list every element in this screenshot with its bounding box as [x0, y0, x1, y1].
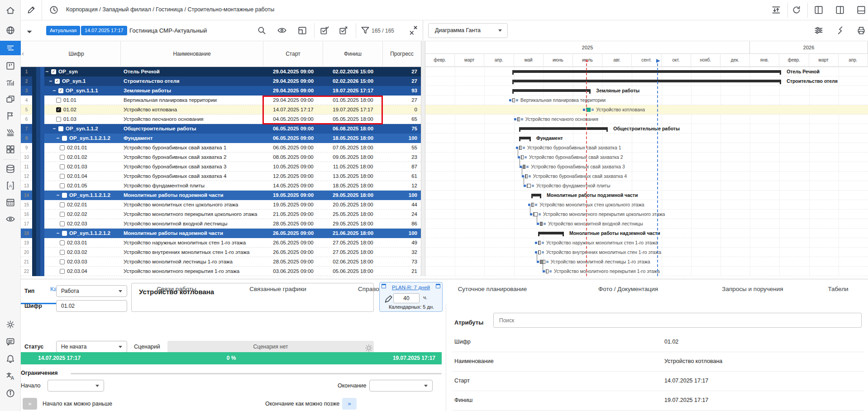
layout-split-left-icon[interactable] [814, 5, 824, 15]
links-icon[interactable] [835, 25, 845, 35]
row-checkbox[interactable] [58, 126, 63, 131]
gantt-bar[interactable] [521, 155, 524, 159]
expander-minus-icon[interactable]: − [56, 191, 60, 200]
link-handle[interactable] [546, 261, 548, 263]
link-handle[interactable] [520, 166, 522, 168]
gantt-bar[interactable] [523, 165, 525, 169]
print-icon[interactable] [856, 25, 866, 35]
plan-duration-link[interactable]: PLAN-R: 7 дней [380, 285, 442, 290]
column-header-start[interactable]: Старт [263, 41, 323, 67]
info-icon[interactable] [5, 388, 15, 398]
link-handle[interactable] [544, 223, 546, 225]
edit-icon[interactable] [26, 5, 36, 15]
gantt-bar[interactable] [538, 241, 541, 245]
collapse-chevron-icon[interactable]: ‹ [22, 49, 29, 59]
row-checkbox[interactable] [62, 193, 67, 198]
link-handle[interactable] [514, 118, 516, 120]
row-checkbox[interactable] [60, 174, 65, 179]
chevron-down-icon[interactable] [24, 27, 31, 33]
constraint-end-select[interactable] [369, 380, 433, 392]
link-handle[interactable] [549, 270, 552, 272]
expander-minus-icon[interactable]: − [56, 229, 60, 238]
row-checkbox[interactable] [56, 98, 61, 103]
link-handle[interactable] [526, 166, 529, 168]
link-handle[interactable] [583, 109, 585, 111]
constraint-start-select[interactable] [48, 380, 104, 392]
eye-icon[interactable] [277, 25, 287, 35]
row-checkbox[interactable]: ✓ [51, 69, 56, 74]
table-row[interactable]: 7−OP_syn.1.1.2Общестроительные работы06.… [21, 124, 421, 134]
chart-icon[interactable] [5, 77, 15, 87]
gantt-bar[interactable] [519, 146, 522, 150]
row-checkbox[interactable] [60, 164, 65, 169]
link-handle[interactable] [535, 242, 537, 244]
globe-icon[interactable] [5, 25, 15, 35]
table-row[interactable]: 14−OP_syn.1.1.2.1.2Монолитные работы под… [21, 191, 421, 200]
row-checkbox[interactable] [60, 259, 65, 264]
gantt-summary-bar[interactable] [512, 89, 591, 92]
link-handle[interactable] [543, 270, 545, 272]
column-header-name[interactable]: Наименование [121, 41, 263, 67]
visibility-icon[interactable] [5, 214, 15, 224]
comments-icon[interactable] [5, 337, 15, 347]
row-checkbox[interactable] [60, 221, 65, 226]
attributes-search-input[interactable] [493, 313, 862, 328]
gantt-bar[interactable] [531, 203, 534, 207]
gantt-bar[interactable] [533, 212, 537, 216]
tab-6[interactable]: Фото / Документация [598, 286, 658, 292]
link-handle[interactable] [530, 213, 532, 215]
row-checkbox[interactable] [62, 231, 67, 236]
gantt-bar[interactable] [540, 260, 545, 264]
work-name-field[interactable]: Устройство котлована [131, 283, 374, 312]
link-handle[interactable] [539, 213, 541, 215]
expander-minus-icon[interactable]: − [49, 76, 52, 86]
board-icon[interactable] [5, 61, 15, 71]
row-checkbox[interactable] [60, 240, 65, 245]
table-row[interactable]: 3−✓OP_syn.1.1.1Земляные работы29.04.2025… [21, 86, 421, 96]
layout-split-right-icon[interactable] [835, 5, 845, 15]
constraint-next-button[interactable]: » [342, 398, 357, 410]
table-row[interactable]: 8−OP_syn.1.1.2.1.2Фундамент06.05.2025 09… [21, 134, 421, 143]
hours-input[interactable]: 40 [393, 293, 420, 303]
gantt-bar[interactable] [538, 250, 541, 254]
table-row[interactable]: 1602.02.02Устройство монолитного перекры… [21, 210, 421, 219]
link-handle[interactable] [509, 99, 511, 101]
link-handle[interactable] [591, 109, 594, 111]
type-select[interactable]: Работа [56, 285, 127, 297]
expander-minus-icon[interactable]: − [56, 134, 60, 143]
attribute-row[interactable]: НаименованиеУстройство котлована [453, 352, 864, 372]
link-handle[interactable] [537, 261, 539, 263]
filter-icon[interactable] [360, 25, 370, 35]
table-row[interactable]: 1702.02.03Устройство монолитной входной … [21, 219, 421, 229]
layout-split-bottom-icon[interactable] [856, 5, 866, 15]
gantt-summary-bar[interactable] [519, 127, 608, 130]
check-all-icon[interactable] [320, 25, 329, 35]
gantt-bar[interactable] [527, 184, 531, 188]
table-row[interactable]: 1902.03.01Устройство наружных монолитных… [21, 238, 421, 248]
row-checkbox[interactable] [60, 202, 65, 207]
gantt-bar[interactable] [512, 98, 515, 102]
link-handle[interactable] [523, 147, 525, 149]
gear-icon[interactable] [364, 343, 371, 350]
table-row[interactable]: 1−✓OP_synОтель Речной29.04.2025 09:0002.… [21, 67, 421, 76]
link-handle[interactable] [516, 147, 518, 149]
link-handle[interactable] [522, 175, 524, 177]
table-row[interactable]: 902.01.01Устройство буронабивных свай за… [21, 143, 421, 153]
code-input[interactable]: 01.02 [56, 300, 127, 312]
link-handle[interactable] [524, 185, 526, 187]
attribute-row[interactable]: Шифр01.02 [453, 333, 864, 352]
row-checkbox[interactable] [56, 117, 61, 122]
row-checkbox[interactable] [60, 250, 65, 255]
link-handle[interactable] [528, 204, 530, 206]
tab-7[interactable]: Запросы и поручения [722, 286, 783, 292]
scenario-field[interactable]: Сценария нет [167, 341, 374, 353]
link-handle[interactable] [518, 156, 520, 158]
table-row[interactable]: 18−OP_syn.1.1.2.1.2Монолитные работы над… [21, 229, 421, 238]
expander-minus-icon[interactable]: − [52, 86, 56, 96]
row-checkbox[interactable]: ✓ [58, 88, 63, 93]
table-row[interactable]: 601.03Устройство песчаного основания04.0… [21, 115, 421, 124]
copy-icon[interactable] [5, 94, 15, 104]
gantt-bar[interactable] [525, 174, 528, 178]
expander-minus-icon[interactable]: − [45, 67, 49, 76]
gantt-settings-icon[interactable] [814, 25, 824, 35]
